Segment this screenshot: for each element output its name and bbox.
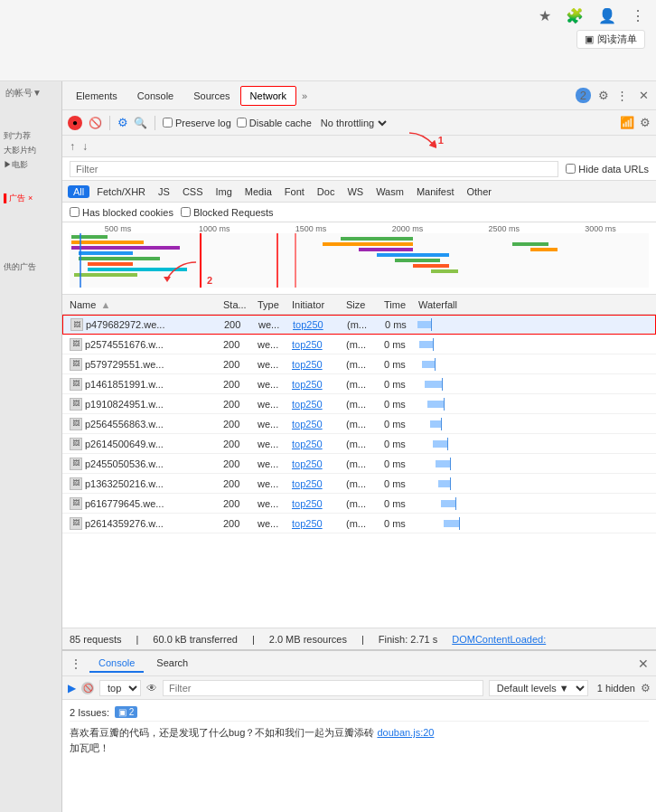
blocked-cookies-checkbox[interactable]: Has blocked cookies: [70, 207, 173, 218]
reading-list-button[interactable]: ▣ 阅读清单: [576, 30, 645, 49]
close-devtools-button[interactable]: ✕: [639, 89, 649, 102]
eye-icon[interactable]: 👁: [146, 682, 157, 694]
svg-rect-14: [359, 248, 413, 251]
run-icon[interactable]: ▶: [68, 682, 76, 694]
cell-initiator[interactable]: top250: [288, 379, 342, 390]
extensions-icon[interactable]: 🧩: [566, 7, 584, 24]
th-size[interactable]: Size: [342, 299, 380, 310]
table-row[interactable]: 🖼 p1910824951.w... 200 we... top250 (m..…: [62, 394, 656, 414]
console-settings-icon[interactable]: ⚙: [641, 682, 651, 694]
dom-content-loaded-link[interactable]: DOMContentLoaded:: [452, 634, 546, 645]
filter-input[interactable]: [70, 161, 558, 177]
type-btn-media[interactable]: Media: [239, 185, 277, 198]
table-row[interactable]: 🖼 p2614359276.w... 200 we... top250 (m..…: [62, 514, 656, 533]
th-type[interactable]: Type: [254, 299, 288, 310]
cell-initiator[interactable]: top250: [288, 399, 342, 410]
cell-initiator[interactable]: top250: [288, 518, 342, 529]
type-btn-wasm[interactable]: Wasm: [370, 185, 409, 198]
cell-type: we...: [254, 498, 288, 509]
settings-icon[interactable]: ⚙: [598, 89, 609, 102]
tab-console[interactable]: Console: [127, 86, 183, 106]
tab-sources[interactable]: Sources: [183, 86, 239, 106]
cell-initiator[interactable]: top250: [288, 458, 342, 469]
block-icon[interactable]: 🚫: [81, 682, 94, 694]
console-menu-icon[interactable]: ⋮: [70, 656, 82, 671]
table-row[interactable]: 🖼 p2614500649.w... 200 we... top250 (m..…: [62, 434, 656, 454]
table-row[interactable]: 🖼 p2574551676.w... 200 we... top250 (m..…: [62, 335, 656, 354]
type-btn-ws[interactable]: WS: [342, 185, 369, 198]
table-row[interactable]: 🖼 p1363250216.w... 200 we... top250 (m..…: [62, 474, 656, 494]
cell-initiator[interactable]: top250: [288, 359, 342, 370]
console-filter-input[interactable]: [163, 680, 483, 696]
cell-initiator[interactable]: top250: [288, 419, 342, 430]
cell-name: 🖼 p616779645.we...: [66, 497, 220, 510]
import-icon[interactable]: ↑: [70, 140, 75, 153]
svg-rect-16: [395, 259, 440, 262]
tab-elements[interactable]: Elements: [66, 86, 127, 106]
th-status[interactable]: Sta...: [220, 299, 254, 310]
type-btn-doc[interactable]: Doc: [312, 185, 341, 198]
type-btn-other[interactable]: Other: [461, 185, 497, 198]
type-btn-all[interactable]: All: [68, 185, 89, 198]
disable-cache-input[interactable]: [237, 118, 247, 127]
cell-initiator[interactable]: top250: [289, 319, 343, 330]
cell-time: 0 ms: [380, 339, 415, 350]
waterfall-vline: [431, 318, 432, 331]
table-row[interactable]: 🖼 p616779645.we... 200 we... top250 (m..…: [62, 494, 656, 514]
table-row[interactable]: 🖼 p2455050536.w... 200 we... top250 (m..…: [62, 454, 656, 474]
profile-icon[interactable]: 👤: [598, 7, 616, 24]
disable-cache-checkbox[interactable]: Disable cache: [237, 118, 312, 128]
blocked-requests-checkbox[interactable]: Blocked Requests: [181, 207, 274, 218]
network-table[interactable]: Name ▲ Sta... Type Initiator Size Time W…: [62, 295, 656, 628]
table-row[interactable]: 🖼 p479682972.we... 200 we... top250 (m..…: [62, 315, 656, 335]
tab-more[interactable]: »: [296, 87, 313, 105]
tab-search-bottom[interactable]: Search: [147, 655, 197, 673]
context-select[interactable]: top: [99, 680, 141, 696]
issues-count-badge[interactable]: ▣ 2: [115, 706, 137, 718]
preserve-log-input[interactable]: [163, 118, 173, 127]
type-btn-font[interactable]: Font: [279, 185, 310, 198]
preserve-log-checkbox[interactable]: Preserve log: [163, 118, 231, 128]
hide-data-urls-input[interactable]: [566, 164, 576, 174]
cell-time: 0 ms: [381, 319, 416, 330]
th-initiator[interactable]: Initiator: [288, 299, 342, 310]
tab-console-bottom[interactable]: Console: [89, 655, 144, 673]
bookmark-icon[interactable]: ★: [539, 7, 551, 24]
more-options-icon[interactable]: ⋮: [616, 89, 628, 102]
issues-label: 2 Issues:: [70, 707, 109, 718]
cell-initiator[interactable]: top250: [288, 339, 342, 350]
export-icon[interactable]: ↓: [82, 140, 88, 153]
th-name[interactable]: Name ▲: [66, 299, 220, 310]
more-icon[interactable]: ⋮: [631, 7, 645, 24]
th-time[interactable]: Time: [380, 299, 415, 310]
close-console-button[interactable]: ✕: [638, 656, 649, 671]
console-source-link[interactable]: douban.js:20: [377, 727, 434, 738]
table-header-row: Name ▲ Sta... Type Initiator Size Time W…: [62, 295, 656, 315]
type-btn-css[interactable]: CSS: [177, 185, 209, 198]
issues-badge[interactable]: 2: [576, 88, 591, 103]
table-row[interactable]: 🖼 p579729551.we... 200 we... top250 (m..…: [62, 354, 656, 374]
type-btn-manifest[interactable]: Manifest: [411, 185, 460, 198]
type-btn-img[interactable]: Img: [211, 185, 238, 198]
th-waterfall[interactable]: Waterfall: [415, 299, 652, 310]
cell-initiator[interactable]: top250: [288, 439, 342, 449]
throttle-select[interactable]: No throttling: [317, 117, 389, 129]
log-levels-select[interactable]: Default levels ▼: [489, 680, 588, 696]
hide-data-urls-checkbox[interactable]: Hide data URLs: [566, 164, 649, 175]
cell-initiator[interactable]: top250: [288, 498, 342, 509]
network-conditions-icon[interactable]: 📶: [620, 116, 634, 129]
clear-button[interactable]: 🚫: [88, 116, 102, 130]
record-button[interactable]: ●: [68, 116, 82, 130]
type-btn-fetch[interactable]: Fetch/XHR: [91, 185, 151, 198]
table-row[interactable]: 🖼 p2564556863.w... 200 we... top250 (m..…: [62, 414, 656, 434]
tab-network[interactable]: Network: [240, 86, 296, 106]
search-icon[interactable]: 🔍: [134, 117, 147, 129]
blocked-requests-input[interactable]: [181, 207, 191, 217]
cell-initiator[interactable]: top250: [288, 478, 342, 489]
disable-cache-label: Disable cache: [249, 118, 312, 128]
network-settings-icon[interactable]: ⚙: [640, 116, 651, 129]
blocked-cookies-input[interactable]: [70, 207, 80, 217]
table-row[interactable]: 🖼 p1461851991.w... 200 we... top250 (m..…: [62, 374, 656, 394]
type-btn-js[interactable]: JS: [153, 185, 175, 198]
filter-icon[interactable]: ⚙: [117, 116, 128, 129]
